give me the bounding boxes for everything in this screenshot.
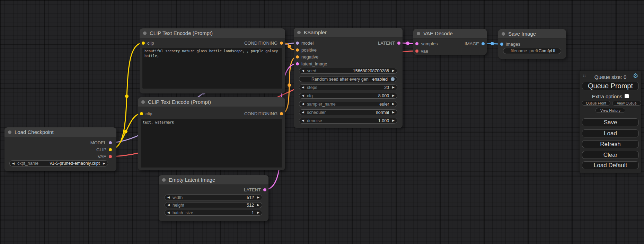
refresh-button[interactable]: Refresh bbox=[582, 140, 639, 148]
widget-ckpt-name[interactable]: ◀ ckpt_name v1-5-pruned-emaonly.ckpt ▶ bbox=[9, 160, 108, 166]
node-vae-decode[interactable]: VAE Decode samples vae IMAGE bbox=[413, 29, 487, 55]
prompt-textarea-negative[interactable]: text, watermark bbox=[141, 119, 282, 168]
arrow-left-icon[interactable]: ◀ bbox=[302, 86, 304, 89]
input-dot-latent-image[interactable] bbox=[296, 62, 299, 65]
node-empty-latent-image[interactable]: Empty Latent Image LATENT ◀ width 512 ▶ … bbox=[159, 175, 268, 221]
queue-prompt-button[interactable]: Queue Prompt bbox=[582, 82, 639, 90]
link-midpoint-dot[interactable] bbox=[125, 94, 129, 98]
input-dot-positive[interactable] bbox=[296, 48, 299, 52]
node-title-bar[interactable]: CLIP Text Encode (Prompt) bbox=[138, 97, 285, 107]
collapse-dot-icon[interactable] bbox=[162, 178, 166, 182]
collapse-dot-icon[interactable] bbox=[8, 130, 11, 134]
arrow-left-icon[interactable]: ◀ bbox=[302, 69, 304, 72]
widget-filename-prefix[interactable]: filename_prefix ComfyUI bbox=[503, 48, 561, 54]
widget-sampler-name[interactable]: ◀ sampler_name euler ▶ bbox=[299, 101, 397, 107]
widget-batch-size[interactable]: ◀ batch_size 1 ▶ bbox=[165, 210, 262, 216]
output-dot-latent[interactable] bbox=[397, 42, 400, 45]
output-dot-latent[interactable] bbox=[263, 188, 266, 191]
node-title-bar[interactable]: KSampler bbox=[294, 28, 403, 37]
widget-steps[interactable]: ◀ steps 20 ▶ bbox=[299, 84, 397, 90]
collapse-dot-icon[interactable] bbox=[141, 100, 145, 104]
link-midpoint-dot[interactable] bbox=[491, 42, 494, 45]
slot-label: CONDITIONING bbox=[244, 111, 277, 116]
arrow-right-icon[interactable]: ▶ bbox=[392, 94, 395, 97]
arrow-right-icon[interactable]: ▶ bbox=[257, 196, 259, 199]
arrow-left-icon[interactable]: ◀ bbox=[302, 119, 304, 122]
output-dot-conditioning[interactable] bbox=[280, 112, 283, 115]
slot-label: clip bbox=[145, 111, 152, 116]
arrow-right-icon[interactable]: ▶ bbox=[103, 162, 105, 165]
link-midpoint-dot[interactable] bbox=[288, 45, 291, 48]
link-midpoint-dot[interactable] bbox=[406, 42, 409, 45]
arrow-right-icon[interactable]: ▶ bbox=[392, 102, 395, 106]
input-dot-vae[interactable] bbox=[415, 49, 418, 53]
node-load-checkpoint[interactable]: Load Checkpoint MODEL CLIP VAE ◀ ckpt_na… bbox=[5, 127, 116, 171]
node-save-image[interactable]: Save Image images filename_prefix ComfyU… bbox=[498, 29, 566, 59]
widget-scheduler[interactable]: ◀ scheduler normal ▶ bbox=[299, 109, 397, 115]
load-default-button[interactable]: Load Default bbox=[582, 161, 639, 169]
widget-name: width bbox=[173, 195, 183, 200]
queue-front-button[interactable]: Queue Front bbox=[582, 101, 610, 106]
widget-height[interactable]: ◀ height 512 ▶ bbox=[165, 202, 262, 208]
extra-options-checkbox[interactable] bbox=[625, 94, 629, 98]
arrow-right-icon[interactable]: ▶ bbox=[392, 86, 395, 89]
widget-name: height bbox=[173, 203, 184, 208]
widget-cfg[interactable]: ◀ cfg 8.000 ▶ bbox=[299, 93, 397, 99]
output-dot-image[interactable] bbox=[482, 42, 485, 45]
output-dot-conditioning[interactable] bbox=[280, 42, 283, 45]
input-dot-negative[interactable] bbox=[296, 55, 299, 58]
save-button[interactable]: Save bbox=[582, 118, 639, 126]
arrow-left-icon[interactable]: ◀ bbox=[12, 162, 15, 165]
arrow-right-icon[interactable]: ▶ bbox=[257, 204, 259, 207]
widget-random-seed-toggle[interactable]: Random seed after every gen enabled bbox=[299, 76, 397, 82]
collapse-dot-icon[interactable] bbox=[417, 32, 420, 35]
node-title-bar[interactable]: CLIP Text Encode (Prompt) bbox=[140, 28, 285, 38]
input-dot-images[interactable] bbox=[500, 43, 503, 46]
node-clip-text-encode-negative[interactable]: CLIP Text Encode (Prompt) clip CONDITION… bbox=[138, 97, 285, 170]
input-dot-clip[interactable] bbox=[140, 112, 143, 115]
output-slot-conditioning: CONDITIONING bbox=[244, 110, 283, 117]
widget-width[interactable]: ◀ width 512 ▶ bbox=[165, 195, 262, 200]
arrow-right-icon[interactable]: ▶ bbox=[392, 111, 395, 114]
arrow-left-icon[interactable]: ◀ bbox=[302, 111, 304, 114]
clear-button[interactable]: Clear bbox=[582, 151, 639, 159]
arrow-left-icon[interactable]: ◀ bbox=[302, 102, 304, 106]
slot-label: images bbox=[506, 42, 520, 47]
input-dot-samples[interactable] bbox=[415, 42, 418, 45]
view-queue-button[interactable]: View Queue bbox=[612, 101, 641, 106]
arrow-left-icon[interactable]: ◀ bbox=[302, 94, 304, 97]
widget-denoise[interactable]: ◀ denoise 1.000 ▶ bbox=[299, 118, 397, 124]
arrow-left-icon[interactable]: ◀ bbox=[167, 211, 170, 214]
widget-value: euler bbox=[379, 102, 389, 107]
link-midpoint-dot[interactable] bbox=[288, 83, 291, 87]
node-title-bar[interactable]: Save Image bbox=[498, 29, 566, 39]
settings-gear-icon[interactable]: ⚙ bbox=[633, 73, 638, 79]
toggle-knob-icon[interactable] bbox=[391, 77, 395, 81]
arrow-right-icon[interactable]: ▶ bbox=[392, 119, 395, 122]
arrow-left-icon[interactable]: ◀ bbox=[167, 196, 170, 199]
graph-canvas[interactable]: Load Checkpoint MODEL CLIP VAE ◀ ckpt_na… bbox=[0, 0, 644, 244]
widget-seed[interactable]: ◀ seed 156680208700286 ▶ bbox=[299, 68, 397, 74]
input-dot-model[interactable] bbox=[296, 42, 299, 45]
input-dot-clip[interactable] bbox=[142, 42, 145, 45]
node-ksampler[interactable]: KSampler model positive negative latent_… bbox=[294, 28, 403, 128]
prompt-textarea-positive[interactable]: beautiful scenery nature glass bottle la… bbox=[142, 48, 282, 89]
output-dot-model[interactable] bbox=[109, 141, 112, 144]
node-title-bar[interactable]: VAE Decode bbox=[413, 29, 487, 38]
load-button[interactable]: Load bbox=[582, 129, 639, 137]
node-title-bar[interactable]: Load Checkpoint bbox=[5, 127, 116, 137]
node-title-bar[interactable]: Empty Latent Image bbox=[159, 175, 268, 185]
output-dot-vae[interactable] bbox=[109, 155, 112, 158]
arrow-left-icon[interactable]: ◀ bbox=[167, 204, 170, 207]
link-midpoint-dot[interactable] bbox=[124, 130, 127, 133]
widget-value: 512 bbox=[247, 195, 254, 200]
node-clip-text-encode-positive[interactable]: CLIP Text Encode (Prompt) clip CONDITION… bbox=[140, 28, 285, 93]
arrow-right-icon[interactable]: ▶ bbox=[257, 211, 259, 214]
collapse-dot-icon[interactable] bbox=[143, 31, 147, 35]
widget-value: 1 bbox=[252, 210, 254, 215]
output-dot-clip[interactable] bbox=[109, 148, 112, 151]
arrow-right-icon[interactable]: ▶ bbox=[392, 69, 395, 72]
collapse-dot-icon[interactable] bbox=[502, 32, 505, 36]
collapse-dot-icon[interactable] bbox=[297, 31, 301, 34]
view-history-button[interactable]: View History bbox=[596, 108, 625, 113]
